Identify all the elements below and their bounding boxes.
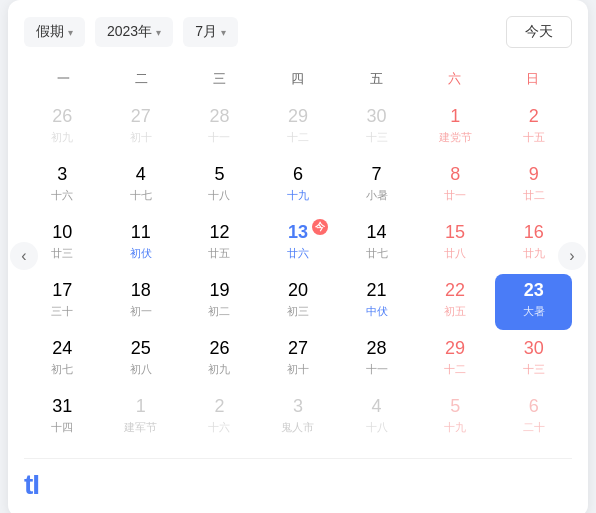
day-cell[interactable]: 12 廿五 [181, 216, 258, 272]
holiday-label: 假期 [36, 23, 64, 41]
day-cell[interactable]: 2 十六 [181, 390, 258, 446]
toolbar-right: 今天 [506, 16, 572, 48]
weekday-tue: 二 [102, 66, 180, 92]
day-cell[interactable]: 14 廿七 [338, 216, 415, 272]
day-cell[interactable]: 16 廿九 [495, 216, 572, 272]
day-cell[interactable]: 25 初八 [103, 332, 180, 388]
day-cell[interactable]: 1 建党节 [417, 100, 494, 156]
holiday-arrow-icon: ▾ [68, 27, 73, 38]
day-cell[interactable]: 11 初伏 [103, 216, 180, 272]
day-cell[interactable]: 5 十八 [181, 158, 258, 214]
day-cell[interactable]: 31 十四 [24, 390, 101, 446]
year-label: 2023年 [107, 23, 152, 41]
month-arrow-icon: ▾ [221, 27, 226, 38]
day-cell[interactable]: 8 廿一 [417, 158, 494, 214]
weekday-thu: 四 [259, 66, 337, 92]
day-cell[interactable]: 15 廿八 [417, 216, 494, 272]
toolbar-left: 假期 ▾ 2023年 ▾ 7月 ▾ [24, 17, 238, 47]
tI-label: tI [24, 469, 39, 501]
weekday-mon: 一 [24, 66, 102, 92]
day-cell[interactable]: 20 初三 [260, 274, 337, 330]
day-cell[interactable]: 30 十三 [495, 332, 572, 388]
day-cell[interactable]: 26 初九 [181, 332, 258, 388]
day-cell[interactable]: 28 十一 [338, 332, 415, 388]
day-cell[interactable]: 2 十五 [495, 100, 572, 156]
today-marker: 今 [312, 219, 328, 235]
day-cell[interactable]: 26 初九 [24, 100, 101, 156]
day-cell[interactable]: 4 十八 [338, 390, 415, 446]
calendar-wrapper: ‹ › 一 二 三 四 五 六 日 26 初九 27 初十 28 十一 [24, 66, 572, 446]
today-button[interactable]: 今天 [506, 16, 572, 48]
weekday-wed: 三 [181, 66, 259, 92]
weekday-fri: 五 [337, 66, 415, 92]
month-dropdown[interactable]: 7月 ▾ [183, 17, 238, 47]
day-cell[interactable]: 27 初十 [103, 100, 180, 156]
day-cell[interactable]: 29 十二 [260, 100, 337, 156]
day-cell[interactable]: 30 十三 [338, 100, 415, 156]
day-cell[interactable]: 1 建军节 [103, 390, 180, 446]
day-cell[interactable]: 28 十一 [181, 100, 258, 156]
month-label: 7月 [195, 23, 217, 41]
day-cell[interactable]: 7 小暑 [338, 158, 415, 214]
day-cell[interactable]: 19 初二 [181, 274, 258, 330]
bottom-area: tI [24, 458, 572, 501]
day-cell-13[interactable]: 今 13 廿六 [260, 216, 337, 272]
year-dropdown[interactable]: 2023年 ▾ [95, 17, 173, 47]
day-cell[interactable]: 6 十九 [260, 158, 337, 214]
day-cell[interactable]: 3 十六 [24, 158, 101, 214]
toolbar: 假期 ▾ 2023年 ▾ 7月 ▾ 今天 [24, 16, 572, 48]
calendar-container: 假期 ▾ 2023年 ▾ 7月 ▾ 今天 ‹ › 一 二 三 四 五 六 [8, 0, 588, 513]
day-cell[interactable]: 22 初五 [417, 274, 494, 330]
day-cell[interactable]: 4 十七 [103, 158, 180, 214]
day-cell[interactable]: 27 初十 [260, 332, 337, 388]
day-cell[interactable]: 21 中伏 [338, 274, 415, 330]
day-cell[interactable]: 29 十二 [417, 332, 494, 388]
day-cell[interactable]: 17 三十 [24, 274, 101, 330]
today-cell[interactable]: 23 大暑 [495, 274, 572, 330]
day-cell[interactable]: 24 初七 [24, 332, 101, 388]
day-cell[interactable]: 6 二十 [495, 390, 572, 446]
holiday-dropdown[interactable]: 假期 ▾ [24, 17, 85, 47]
weekday-sat: 六 [415, 66, 493, 92]
weekday-sun: 日 [494, 66, 572, 92]
day-cell[interactable]: 10 廿三 [24, 216, 101, 272]
day-cell[interactable]: 9 廿二 [495, 158, 572, 214]
days-grid: 26 初九 27 初十 28 十一 29 十二 30 十三 1 建党节 [24, 100, 572, 446]
day-cell[interactable]: 5 十九 [417, 390, 494, 446]
year-arrow-icon: ▾ [156, 27, 161, 38]
day-cell[interactable]: 18 初一 [103, 274, 180, 330]
weekday-headers: 一 二 三 四 五 六 日 [24, 66, 572, 92]
day-cell[interactable]: 3 鬼人市 [260, 390, 337, 446]
